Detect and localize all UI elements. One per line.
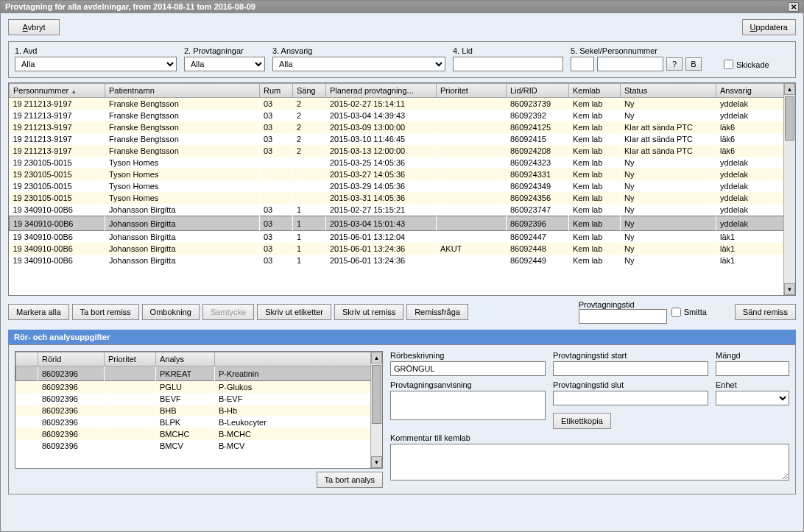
consent-button[interactable]: Samtycke — [202, 304, 254, 320]
col-sang[interactable]: Säng — [293, 84, 326, 98]
table-row[interactable]: 19 230105-0015Tyson Homes2015-03-31 14:0… — [10, 192, 795, 204]
table-row[interactable]: 19 230105-0015Tyson Homes2015-03-29 14:0… — [10, 180, 795, 192]
main-scrollbar[interactable]: ▲ ▼ — [783, 83, 795, 295]
filter-ansvarig-label: 3. Ansvarig — [272, 46, 445, 55]
scroll-down-icon[interactable]: ▼ — [784, 283, 795, 295]
titlebar: Provtagning för alla avdelningar, from 2… — [1, 1, 803, 13]
mark-all-button[interactable]: Markera alla — [8, 304, 69, 320]
update-button[interactable]: Uppdatera — [742, 19, 796, 35]
table-row[interactable]: 19 340910-00B6Johansson Birgitta0312015-… — [10, 243, 795, 255]
scroll-up-icon[interactable]: ▲ — [784, 83, 795, 95]
sort-asc-icon: ▲ — [71, 88, 77, 95]
rorbeskrivning-input[interactable] — [390, 361, 546, 376]
table-row[interactable]: 86092396PGLUP-Glukos — [16, 381, 382, 394]
provtagningsanvisning-input[interactable] — [390, 391, 546, 420]
rebooking-button[interactable]: Ombokning — [142, 304, 200, 320]
table-row[interactable]: 19 340910-00B6Johansson Birgitta0312015-… — [10, 255, 795, 266]
provtagningstid-label: Provtagningstid — [579, 300, 667, 309]
filter-avd-select[interactable]: Alla — [15, 57, 177, 71]
analysis-panel: Rörid Prioritet Analys 86092396PKREATP-K… — [8, 344, 796, 494]
print-referral-button[interactable]: Skriv ut remiss — [334, 304, 403, 320]
sub-col-rorid[interactable]: Rörid — [38, 352, 105, 366]
question-button[interactable]: ? — [666, 57, 683, 71]
table-row[interactable]: 19 340910-00B6Johansson Birgitta0312015-… — [10, 216, 795, 231]
table-row[interactable]: 19 340910-00B6Johansson Birgitta0312015-… — [10, 204, 795, 216]
table-row[interactable]: 19 211213-9197Franske Bengtsson0322015-0… — [10, 145, 795, 157]
main-window: Provtagning för alla avdelningar, from 2… — [0, 0, 804, 532]
provtagningstid-input[interactable] — [579, 309, 667, 324]
sub-scroll-down-icon[interactable]: ▼ — [371, 456, 382, 468]
table-row[interactable]: 86092396BEVFB-EVF — [16, 393, 382, 405]
filter-lid-label: 4. Lid — [453, 46, 563, 55]
skickade-checkbox[interactable] — [724, 60, 733, 69]
provtagningstid-slut-input[interactable] — [553, 391, 708, 405]
window-title: Provtagning för alla avdelningar, from 2… — [5, 1, 255, 13]
sub-col-blank[interactable] — [16, 352, 38, 366]
col-planerad[interactable]: Planerad provtagning... — [326, 84, 437, 98]
b-button[interactable]: B — [685, 57, 702, 71]
sub-col-analys[interactable]: Analys — [156, 352, 215, 366]
table-row[interactable]: 19 340910-00B6Johansson Birgitta0312015-… — [10, 231, 795, 244]
rorbeskrivning-label: Rörbeskrivning — [390, 351, 546, 360]
skickade-label: Skickade — [736, 60, 769, 69]
filter-avd-label: 1. Avd — [15, 46, 177, 55]
kommentar-input[interactable] — [390, 444, 789, 480]
filter-panel: 1. Avd Alla 2. Provtagningar Alla 3. Ans… — [8, 41, 796, 78]
table-row[interactable]: 86092396PKREATP-Kreatinin — [16, 366, 382, 381]
remove-analysis-button[interactable]: Ta bort analys — [317, 472, 383, 488]
col-lidrid[interactable]: Lid/RID — [507, 84, 569, 98]
provtagningstid-start-input[interactable] — [553, 361, 708, 376]
mangd-label: Mängd — [716, 351, 789, 360]
filter-sekel-label: 5. Sekel/Personnummer — [571, 46, 702, 55]
filter-lid-input[interactable] — [453, 57, 563, 71]
col-patientnamn[interactable]: Patientnamn — [105, 84, 260, 98]
table-row[interactable]: 86092396BMCHCB-MCHC — [16, 428, 382, 440]
analysis-table: Rörid Prioritet Analys 86092396PKREATP-K… — [15, 351, 383, 469]
table-row[interactable]: 19 230105-0015Tyson Homes2015-03-25 14:0… — [10, 157, 795, 169]
provtagningsanvisning-label: Provtagningsanvisning — [390, 380, 546, 389]
sub-scrollbar[interactable]: ▲ ▼ — [370, 352, 382, 468]
scroll-thumb[interactable] — [785, 96, 794, 141]
col-kemlab[interactable]: Kemlab — [569, 84, 621, 98]
send-referral-button[interactable]: Sänd remiss — [735, 304, 796, 320]
mangd-input[interactable] — [716, 361, 789, 376]
col-rum[interactable]: Rum — [260, 84, 293, 98]
label-copy-button[interactable]: Etikettkopia — [553, 413, 611, 429]
sub-scroll-up-icon[interactable]: ▲ — [371, 352, 382, 363]
enhet-select[interactable] — [716, 391, 789, 405]
remove-referral-button[interactable]: Ta bort remiss — [72, 304, 139, 320]
cancel-button[interactable]: Avbryt — [8, 19, 60, 35]
table-row[interactable]: 19 211213-9197Franske Bengtsson0322015-0… — [10, 110, 795, 121]
smitta-checkbox[interactable] — [671, 308, 681, 317]
table-row[interactable]: 86092396BLPKB-Leukocyter — [16, 416, 382, 428]
filter-provtagningar-select[interactable]: Alla — [184, 57, 265, 71]
panel-header: Rör- och analysuppgifter — [8, 330, 796, 344]
print-labels-button[interactable]: Skriv ut etiketter — [257, 304, 331, 320]
close-icon[interactable]: ✕ — [788, 2, 799, 12]
sub-col-prioritet[interactable]: Prioritet — [105, 352, 156, 366]
filter-ansvarig-select[interactable]: Alla — [272, 57, 445, 71]
referral-question-button[interactable]: Remissfråga — [406, 304, 468, 320]
kommentar-label: Kommentar till kemlab — [390, 433, 789, 442]
table-header-row: Personnummer▲ Patientnamn Rum Säng Plane… — [10, 84, 795, 98]
main-table: Personnummer▲ Patientnamn Rum Säng Plane… — [8, 82, 796, 296]
sub-col-desc[interactable] — [215, 352, 382, 366]
enhet-label: Enhet — [716, 380, 789, 389]
smitta-label: Smitta — [684, 308, 707, 316]
provtagningstid-slut-label: Provtagningstid slut — [553, 380, 708, 389]
filter-sekel-input2[interactable] — [597, 57, 663, 71]
provtagningstid-start-label: Provtagningstid start — [553, 351, 708, 360]
table-row[interactable]: 86092396BMCVB-MCV — [16, 440, 382, 452]
filter-provtagningar-label: 2. Provtagningar — [184, 46, 265, 55]
table-row[interactable]: 19 211213-9197Franske Bengtsson0322015-0… — [10, 121, 795, 133]
table-row[interactable]: 19 211213-9197Franske Bengtsson0322015-0… — [10, 133, 795, 145]
filter-sekel-input1[interactable] — [571, 57, 594, 71]
col-prioritet[interactable]: Prioritet — [437, 84, 507, 98]
table-row[interactable]: 86092396BHBB-Hb — [16, 405, 382, 416]
col-personnummer[interactable]: Personnummer▲ — [10, 84, 105, 98]
table-row[interactable]: 19 211213-9197Franske Bengtsson0322015-0… — [10, 98, 795, 110]
table-row[interactable]: 19 230105-0015Tyson Homes2015-03-27 14:0… — [10, 169, 795, 180]
sub-scroll-thumb[interactable] — [372, 365, 381, 424]
col-status[interactable]: Status — [621, 84, 716, 98]
